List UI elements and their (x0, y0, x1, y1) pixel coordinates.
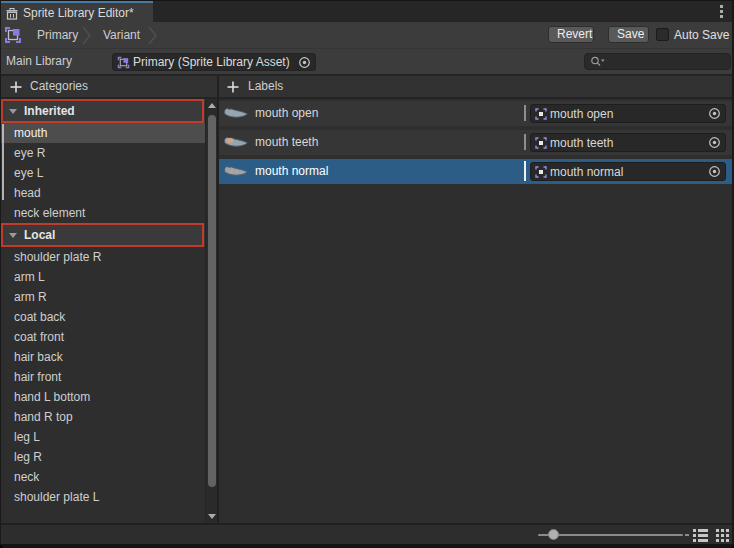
category-item[interactable]: coat back (0, 307, 205, 327)
sprite-object-field[interactable]: mouth teeth (530, 133, 726, 152)
sprite-object-field[interactable]: mouth normal (530, 162, 726, 181)
main-content: Inheritedmoutheye Reye Lheadneck element… (0, 99, 734, 523)
object-picker-icon[interactable] (298, 56, 311, 69)
label-name: mouth open (255, 101, 318, 126)
category-item[interactable]: leg L (0, 427, 205, 447)
sprite-library-asset-icon (4, 26, 22, 44)
window-left-edge (0, 0, 1, 548)
sprite-icon (535, 137, 547, 149)
sprite-field-value: mouth teeth (550, 136, 708, 150)
label-name: mouth normal (255, 159, 328, 184)
category-item[interactable]: hair back (0, 347, 205, 367)
sprite-library-editor-icon (5, 6, 19, 21)
labels-list: mouth openmouth openmouth teethmouth tee… (219, 99, 734, 523)
category-item[interactable]: hand R top (0, 407, 205, 427)
category-item[interactable]: shoulder plate L (0, 487, 205, 507)
slider-knob[interactable] (548, 529, 559, 540)
sprite-object-field[interactable]: mouth open (530, 104, 726, 123)
foldout-triangle-icon[interactable] (9, 109, 17, 114)
label-row[interactable]: mouth openmouth open (219, 101, 734, 126)
label-row[interactable]: mouth normalmouth normal (219, 159, 734, 184)
scrollbar-thumb[interactable] (208, 115, 216, 487)
pane-menu-icon[interactable] (720, 5, 724, 20)
list-view-icon[interactable] (692, 528, 709, 543)
category-item[interactable]: arm R (0, 287, 205, 307)
breadcrumb-primary[interactable]: Primary (37, 22, 78, 48)
save-button[interactable]: Save (608, 26, 649, 43)
add-category-button[interactable] (9, 80, 23, 94)
bottom-bar (0, 523, 734, 544)
breadcrumb-chevron-icon (148, 26, 158, 45)
category-group-label: Local (24, 228, 55, 242)
category-item[interactable]: head (0, 183, 205, 203)
category-group-label: Inherited (24, 104, 75, 118)
tab-sprite-library-editor[interactable]: Sprite Library Editor* (0, 1, 153, 23)
column-resize-handle[interactable] (524, 105, 526, 121)
object-picker-icon[interactable] (708, 136, 721, 149)
auto-save-checkbox[interactable] (656, 28, 669, 41)
category-item[interactable]: leg R (0, 447, 205, 467)
main-library-label: Main Library (6, 49, 72, 74)
breadcrumb-variant[interactable]: Variant (103, 22, 140, 48)
search-input[interactable] (584, 53, 731, 70)
category-item[interactable]: mouth (0, 123, 205, 143)
categories-scrollbar[interactable] (205, 99, 217, 523)
sprite-library-asset-icon (117, 56, 130, 69)
panel-headers: Categories Labels (0, 76, 734, 99)
revert-button[interactable]: Revert (548, 26, 594, 43)
categories-header: Categories (30, 76, 88, 97)
sprite-icon (535, 108, 547, 120)
main-library-row: Main Library Primary (Sprite Library Ass… (0, 49, 734, 76)
label-row[interactable]: mouth teethmouth teeth (219, 130, 734, 155)
category-item[interactable]: shoulder plate R (0, 247, 205, 267)
category-group-inherited[interactable]: Inherited (0, 99, 205, 123)
mouth-open-sprite (223, 106, 249, 123)
labels-header: Labels (248, 76, 283, 97)
sprite-library-editor-window: Sprite Library Editor* Primary Variant R… (0, 0, 734, 548)
thumbnail-size-slider[interactable] (538, 534, 683, 536)
breadcrumb-toolbar: Primary Variant Revert Save Auto Save (0, 22, 734, 49)
category-group-local[interactable]: Local (0, 223, 205, 247)
left-scroll-indicator (2, 124, 4, 200)
sprite-icon (535, 166, 547, 178)
grid-view-icon[interactable] (715, 528, 730, 543)
label-name: mouth teeth (255, 130, 318, 155)
mouth-normal-sprite (223, 164, 249, 181)
mouth-teeth-sprite (223, 135, 249, 152)
categories-list: Inheritedmoutheye Reye Lheadneck element… (0, 99, 205, 523)
sprite-field-value: mouth open (550, 107, 708, 121)
category-item[interactable]: coat front (0, 327, 205, 347)
search-icon (590, 55, 606, 68)
category-item[interactable]: neck (0, 467, 205, 487)
category-item[interactable]: arm L (0, 267, 205, 287)
category-item[interactable]: eye R (0, 143, 205, 163)
category-item[interactable]: hair front (0, 367, 205, 387)
main-library-value: Primary (Sprite Library Asset) (133, 55, 298, 69)
scroll-down-arrow-icon[interactable] (208, 514, 216, 519)
auto-save-label: Auto Save (674, 22, 729, 48)
add-label-button[interactable] (226, 80, 240, 94)
category-item[interactable]: neck element (0, 203, 205, 223)
column-resize-handle[interactable] (524, 134, 526, 150)
tab-bar: Sprite Library Editor* (0, 0, 734, 22)
tab-title: Sprite Library Editor* (23, 6, 134, 20)
category-item[interactable]: hand L bottom (0, 387, 205, 407)
sprite-field-value: mouth normal (550, 165, 708, 179)
category-item[interactable]: eye L (0, 163, 205, 183)
object-picker-icon[interactable] (708, 107, 721, 120)
object-picker-icon[interactable] (708, 165, 721, 178)
slider-end-tick (685, 534, 689, 536)
column-resize-handle[interactable] (524, 161, 526, 181)
window-bottom-edge (0, 544, 734, 548)
foldout-triangle-icon[interactable] (9, 233, 17, 238)
scroll-up-arrow-icon[interactable] (208, 103, 216, 108)
breadcrumb-chevron-icon (82, 26, 92, 45)
main-library-object-field[interactable]: Primary (Sprite Library Asset) (112, 53, 316, 71)
